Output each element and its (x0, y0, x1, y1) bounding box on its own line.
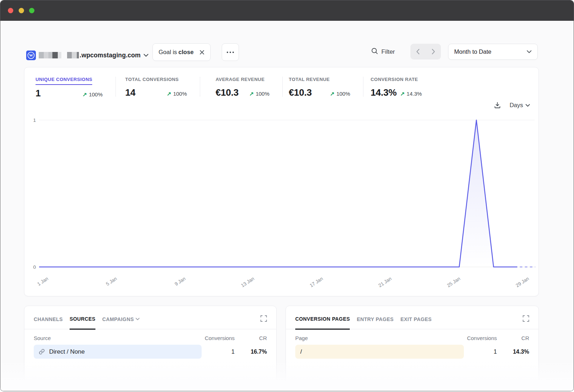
chevron-down-icon (527, 50, 532, 53)
stat-unique-conversions[interactable]: UNIQUE CONVERSIONS 1 ↗100% (36, 76, 103, 99)
svg-text:13 Jan: 13 Jan (240, 276, 255, 288)
conversions-area-chart: 101 Jan5 Jan9 Jan13 Jan17 Jan21 Jan25 Ja… (24, 114, 539, 293)
date-nav-group (410, 44, 441, 59)
stat-total-revenue[interactable]: TOTAL REVENUE €10.3 ↗100% (289, 76, 350, 98)
close-icon[interactable] (199, 50, 204, 55)
goal-filter-chip[interactable]: Goal is close (152, 43, 211, 61)
link-icon (39, 349, 45, 355)
chart-controls: Days (494, 102, 530, 109)
trend-badge: ↗100% (167, 91, 187, 97)
svg-text:W: W (29, 53, 33, 57)
wordpress-icon: W (26, 51, 36, 60)
tab-conversion-pages[interactable]: CONVERSION PAGES (295, 316, 350, 330)
cr-value: 16.7% (235, 349, 267, 355)
stat-label: TOTAL REVENUE (289, 77, 330, 84)
column-conversions: Conversions (202, 335, 235, 341)
trend-up-icon: ↗ (167, 91, 171, 97)
divider (200, 77, 200, 97)
sources-table-header: Source Conversions CR (24, 329, 276, 341)
pages-card-tabs: CONVERSION PAGES ENTRY PAGES EXIT PAGES (286, 306, 538, 329)
trend-up-icon: ↗ (249, 91, 254, 97)
site-selector[interactable]: W .wpcomstaging.com (26, 47, 149, 63)
column-source: Source (34, 335, 202, 341)
dashboard-content: W .wpcomstaging.com Goal is clos (0, 21, 574, 391)
stat-label: AVERAGE REVENUE (216, 77, 265, 84)
column-conversions: Conversions (464, 335, 497, 341)
pages-table-header: Page Conversions CR (286, 329, 538, 341)
stat-value: €10.3 (289, 87, 312, 98)
tab-entry-pages[interactable]: ENTRY PAGES (357, 316, 394, 329)
trend-up-icon: ↗ (330, 91, 335, 97)
sources-card: CHANNELS SOURCES CAMPAIGNS Source Conver… (24, 306, 277, 391)
previous-period-button[interactable] (410, 44, 426, 59)
svg-text:29 Jan: 29 Jan (515, 276, 530, 288)
stat-label: UNIQUE CONVERSIONS (36, 77, 92, 85)
svg-text:1: 1 (33, 118, 36, 123)
toolbar: W .wpcomstaging.com Goal is clos (0, 21, 574, 60)
trend-badge: ↗100% (330, 91, 350, 97)
app-window: W .wpcomstaging.com Goal is clos (0, 0, 574, 391)
window-titlebar (0, 0, 574, 21)
stat-value: 1 (36, 88, 41, 99)
conversions-overview-card: UNIQUE CONVERSIONS 1 ↗100% TOTAL CONVERS… (24, 67, 539, 296)
divider (282, 77, 283, 97)
expand-icon[interactable] (260, 315, 267, 322)
stat-label: TOTAL CONVERSIONS (125, 77, 179, 84)
stat-conversion-rate[interactable]: CONVERSION RATE 14.3% ↗14.3% (371, 76, 422, 98)
date-range-select[interactable]: Month to Date (448, 44, 538, 60)
svg-text:5 Jan: 5 Jan (105, 276, 118, 287)
column-cr: CR (235, 335, 267, 341)
divider (116, 77, 116, 97)
search-icon (371, 48, 378, 56)
stat-average-revenue[interactable]: AVERAGE REVENUE €10.3 ↗100% (216, 76, 269, 98)
svg-text:25 Jan: 25 Jan (446, 276, 461, 288)
granularity-select[interactable]: Days (509, 102, 530, 109)
trend-badge: ↗100% (249, 91, 269, 97)
goal-chip-value: close (178, 49, 193, 56)
divider (363, 77, 363, 97)
stat-label: CONVERSION RATE (371, 77, 418, 84)
site-domain: .wpcomstaging.com (80, 52, 141, 59)
goal-chip-prefix: Goal is (159, 49, 177, 56)
tab-channels[interactable]: CHANNELS (34, 316, 63, 329)
stat-value: 14 (125, 87, 136, 98)
filter-button[interactable]: Filter (371, 47, 395, 57)
page-row-root[interactable]: / (295, 345, 464, 359)
conversions-value: 1 (202, 349, 235, 355)
chevron-down-icon (144, 54, 149, 57)
chevron-down-icon (526, 104, 530, 107)
sources-card-tabs: CHANNELS SOURCES CAMPAIGNS (24, 306, 276, 329)
tab-campaigns[interactable]: CAMPAIGNS (102, 316, 140, 329)
trend-up-icon: ↗ (400, 91, 405, 97)
cr-value: 14.3% (497, 349, 529, 355)
trend-badge: ↗14.3% (400, 91, 422, 97)
stat-value: €10.3 (216, 87, 239, 98)
stat-total-conversions[interactable]: TOTAL CONVERSIONS 14 ↗100% (125, 76, 187, 98)
source-row-direct-none[interactable]: Direct / None (34, 345, 202, 359)
svg-text:21 Jan: 21 Jan (377, 276, 392, 288)
column-page: Page (295, 335, 464, 341)
download-icon[interactable] (494, 102, 501, 109)
granularity-value: Days (509, 102, 523, 109)
svg-text:0: 0 (33, 264, 36, 270)
chevron-down-icon (136, 318, 140, 320)
tab-exit-pages[interactable]: EXIT PAGES (400, 316, 432, 329)
table-row: Direct / None 1 16.7% (24, 341, 276, 359)
svg-text:9 Jan: 9 Jan (174, 276, 187, 287)
filter-label: Filter (381, 48, 395, 56)
pages-card: CONVERSION PAGES ENTRY PAGES EXIT PAGES … (286, 306, 539, 391)
page-label: / (300, 348, 302, 355)
trend-badge: ↗100% (83, 91, 103, 98)
zoom-window-button[interactable] (29, 8, 34, 13)
source-label: Direct / None (49, 348, 85, 355)
tab-sources[interactable]: SOURCES (70, 316, 95, 330)
conversions-value: 1 (464, 349, 497, 355)
expand-icon[interactable] (523, 315, 529, 322)
close-window-button[interactable] (8, 8, 13, 13)
next-period-button[interactable] (426, 44, 441, 59)
minimize-window-button[interactable] (19, 8, 24, 13)
more-options-button[interactable] (222, 43, 239, 61)
table-row: / 1 14.3% (286, 341, 538, 359)
trend-up-icon: ↗ (83, 91, 87, 98)
stat-value: 14.3% (371, 87, 397, 98)
